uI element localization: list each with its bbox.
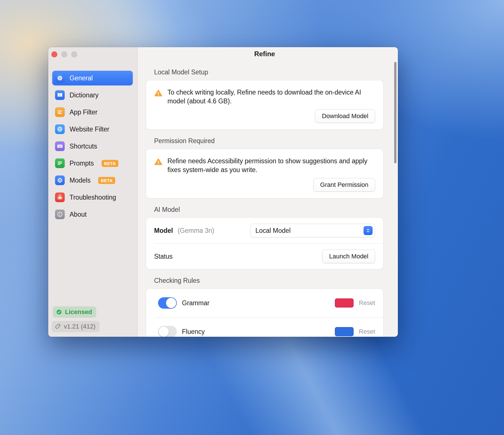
section-heading-checking-rules: Checking Rules [154,277,383,285]
sidebar-item-label: Shortcuts [70,143,97,150]
sidebar-item-label: General [70,74,93,82]
sidebar-item-prompts[interactable]: Prompts BETA [52,156,133,171]
version-label: v1.21 (412) [64,323,95,330]
status-label: Status [154,253,173,260]
rule-label: Grammar [182,299,209,307]
sidebar-item-label: About [70,211,87,218]
sidebar-item-troubleshooting[interactable]: Troubleshooting [52,190,133,205]
sidebar-item-about[interactable]: About [52,207,133,222]
sidebar-item-label: Prompts [70,160,94,167]
grammar-reset-button[interactable]: Reset [359,299,375,307]
sidebar-nav: General Dictionary App Filter [52,71,133,224]
close-button[interactable] [51,51,57,57]
sidebar-item-models[interactable]: Models BETA [52,173,133,188]
filter-lines-icon [55,107,65,117]
info-icon [55,210,65,219]
warning-icon [154,89,163,97]
local-model-setup-card: To check writing locally, Refine needs t… [146,80,383,129]
status-row: Status Launch Model [146,244,383,269]
rule-label: Fluency [182,328,205,336]
grant-permission-button[interactable]: Grant Permission [313,178,375,192]
section-heading-permission-required: Permission Required [154,137,383,145]
section-heading-local-model-setup: Local Model Setup [154,68,383,76]
section-heading-ai-model: AI Model [154,206,383,214]
chip-icon [55,175,65,185]
desktop-wallpaper: General Dictionary App Filter [0,0,504,435]
select-stepper-icon [364,226,373,235]
sidebar-item-general[interactable]: General [52,71,133,85]
model-select[interactable]: Local Model [250,224,375,237]
sidebar-item-label: Website Filter [70,126,109,133]
checking-rules-card: Grammar Reset Fluency Reset [146,289,383,337]
version-badge: v1.21 (412) [52,321,100,332]
refine-settings-window: General Dictionary App Filter [48,47,398,337]
fluency-toggle[interactable] [158,326,177,337]
bug-icon [55,193,65,202]
rule-row-grammar: Grammar Reset [146,289,383,317]
sidebar-item-label: Troubleshooting [70,194,116,201]
model-label: Model [154,227,173,234]
permission-warning-text: Refine needs Accessibility permission to… [167,157,375,174]
globe-icon [55,124,65,134]
download-model-button[interactable]: Download Model [315,109,375,123]
beta-badge: BETA [98,177,115,184]
beta-badge: BETA [102,160,119,167]
license-seal-icon [56,309,62,315]
model-note: (Gemma 3n) [178,227,214,234]
content: Refine Local Model Setup To check writin… [138,47,398,337]
permission-required-card: Refine needs Accessibility permission to… [146,149,383,198]
titlebar: Refine [146,47,383,61]
fluency-reset-button[interactable]: Reset [359,328,375,335]
sidebar-footer: Licensed v1.21 (412) [52,306,100,332]
zoom-button[interactable] [71,51,77,57]
grammar-toggle[interactable] [158,297,177,309]
sidebar: General Dictionary App Filter [48,47,138,337]
book-icon [55,90,65,100]
sidebar-item-shortcuts[interactable]: Shortcuts [52,139,133,154]
download-warning-text: To check writing locally, Refine needs t… [167,88,375,106]
sidebar-item-label: Models [70,177,91,184]
sidebar-item-label: Dictionary [70,91,98,99]
warning-icon [154,158,163,166]
gear-icon [55,73,65,83]
rule-row-fluency: Fluency Reset [146,317,383,337]
launch-model-button[interactable]: Launch Model [322,250,375,263]
model-select-value: Local Model [255,227,291,235]
licensed-label: Licensed [65,308,92,316]
model-row: Model (Gemma 3n) Local Model [146,218,383,243]
sidebar-item-website-filter[interactable]: Website Filter [52,122,133,137]
window-title: Refine [254,50,275,58]
ai-model-card: Model (Gemma 3n) Local Model Status Laun… [146,218,383,269]
grammar-color-swatch[interactable] [335,298,354,308]
licensed-badge: Licensed [53,306,96,318]
sidebar-item-label: App Filter [70,108,97,116]
sidebar-item-dictionary[interactable]: Dictionary [52,88,133,103]
fluency-color-swatch[interactable] [335,327,354,336]
tag-icon [54,323,61,330]
window-controls [51,51,77,57]
prompt-lines-icon [55,158,65,168]
sidebar-item-app-filter[interactable]: App Filter [52,105,133,120]
keyboard-icon [55,141,65,151]
minimize-button[interactable] [61,51,67,57]
scrollbar[interactable] [394,62,396,163]
